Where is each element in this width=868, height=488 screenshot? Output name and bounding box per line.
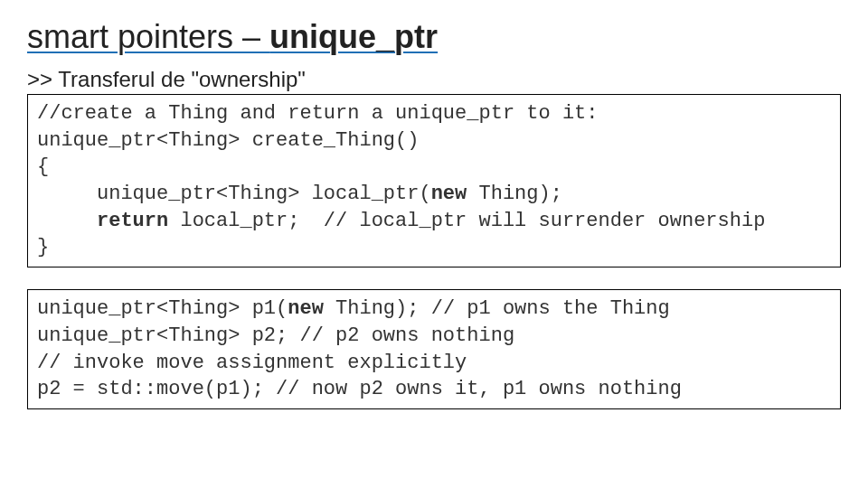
code-line: //create a Thing and return a unique_ptr… — [37, 102, 599, 125]
code-line: { — [37, 155, 49, 178]
code-keyword-new: new — [288, 297, 324, 320]
slide-title: smart pointers – unique_ptr — [27, 18, 841, 56]
code-block-2: unique_ptr<Thing> p1(new Thing); // p1 o… — [27, 289, 841, 409]
code-line: unique_ptr<Thing> p2; // p2 owns nothing — [37, 324, 514, 347]
code-keyword-return: return — [97, 210, 168, 232]
code-line: Thing); — [467, 183, 562, 205]
slide-subtitle: >> Transferul de "ownership" — [27, 67, 841, 92]
code-line — [37, 210, 97, 232]
code-line: local_ptr; // local_ptr will surrender o… — [168, 210, 765, 232]
code-line: p2 = std::move(p1); // now p2 owns it, p… — [37, 378, 682, 400]
code-block-1: //create a Thing and return a unique_ptr… — [27, 94, 841, 267]
code-line: // invoke move assignment explicitly — [37, 352, 467, 374]
code-line: Thing); // p1 owns the Thing — [324, 297, 670, 320]
title-part1: smart pointers – — [27, 18, 269, 55]
code-line: unique_ptr<Thing> p1( — [37, 297, 288, 320]
code-line: unique_ptr<Thing> create_Thing() — [37, 129, 419, 152]
code-line: unique_ptr<Thing> local_ptr( — [37, 183, 431, 205]
title-part2: unique_ptr — [269, 18, 438, 55]
code-keyword-new: new — [431, 183, 467, 205]
code-line: } — [37, 236, 49, 258]
